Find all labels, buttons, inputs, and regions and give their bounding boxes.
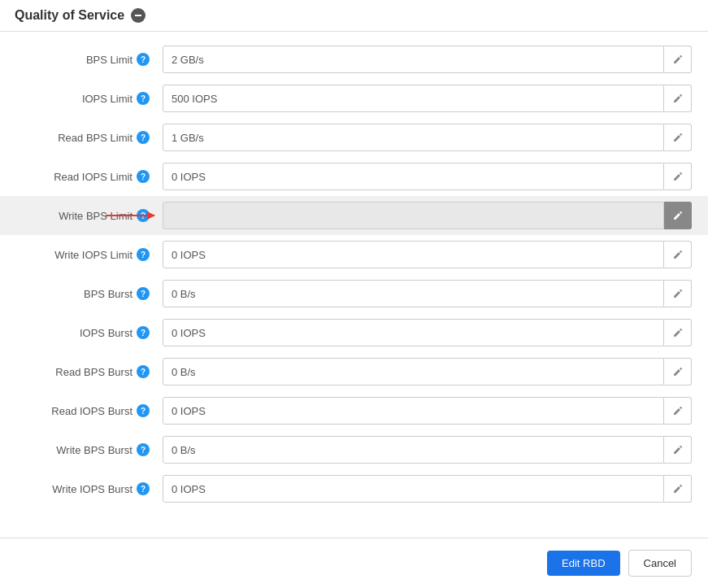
label-text-read-bps-limit: Read BPS Limit bbox=[58, 132, 132, 144]
help-icon-read-bps-burst[interactable]: ? bbox=[137, 365, 150, 378]
pencil-icon bbox=[672, 366, 684, 377]
pencil-icon bbox=[672, 171, 684, 182]
label-text-read-iops-limit: Read IOPS Limit bbox=[54, 171, 132, 183]
form-row-iops-limit: IOPS Limit ? bbox=[0, 79, 708, 118]
form-row-bps-limit: BPS Limit ? bbox=[0, 40, 708, 79]
input-wrapper-read-iops-limit bbox=[163, 163, 692, 190]
input-wrapper-write-bps-limit bbox=[163, 202, 692, 229]
label-write-bps-limit: Write BPS Limit ? bbox=[16, 209, 163, 222]
edit-btn-write-bps-burst[interactable] bbox=[664, 436, 692, 464]
pencil-icon bbox=[672, 54, 684, 65]
label-text-write-iops-limit: Write IOPS Limit bbox=[54, 249, 132, 261]
input-write-iops-limit[interactable] bbox=[163, 241, 664, 268]
input-write-bps-limit[interactable] bbox=[163, 202, 664, 229]
label-write-bps-burst: Write BPS Burst ? bbox=[16, 443, 163, 456]
label-iops-burst: IOPS Burst ? bbox=[16, 326, 163, 339]
label-text-iops-limit: IOPS Limit bbox=[82, 93, 132, 105]
input-wrapper-read-bps-limit bbox=[163, 124, 692, 151]
input-read-iops-limit[interactable] bbox=[163, 163, 664, 190]
form-body: BPS Limit ? IOPS Limit ? Read BPS Limit … bbox=[0, 32, 708, 538]
minus-circle-icon[interactable] bbox=[131, 8, 146, 23]
help-icon-bps-burst[interactable]: ? bbox=[137, 287, 150, 300]
label-text-read-iops-burst: Read IOPS Burst bbox=[51, 405, 132, 417]
form-row-read-bps-burst: Read BPS Burst ? bbox=[0, 352, 708, 391]
label-read-iops-limit: Read IOPS Limit ? bbox=[16, 170, 163, 183]
footer: Edit RBD Cancel bbox=[0, 538, 708, 588]
input-wrapper-iops-limit bbox=[163, 85, 692, 112]
help-icon-read-bps-limit[interactable]: ? bbox=[137, 131, 150, 144]
form-row-write-iops-limit: Write IOPS Limit ? bbox=[0, 235, 708, 274]
input-read-bps-burst[interactable] bbox=[163, 358, 664, 385]
label-text-read-bps-burst: Read BPS Burst bbox=[55, 366, 132, 378]
help-icon-read-iops-limit[interactable]: ? bbox=[137, 170, 150, 183]
edit-rbd-button[interactable]: Edit RBD bbox=[547, 551, 619, 576]
form-row-iops-burst: IOPS Burst ? bbox=[0, 313, 708, 352]
input-wrapper-iops-burst bbox=[163, 319, 692, 346]
form-row-read-iops-burst: Read IOPS Burst ? bbox=[0, 391, 708, 430]
pencil-icon bbox=[672, 249, 684, 260]
help-icon-iops-limit[interactable]: ? bbox=[137, 92, 150, 105]
input-wrapper-write-iops-burst bbox=[163, 475, 692, 503]
pencil-icon bbox=[672, 93, 684, 104]
label-text-write-iops-burst: Write IOPS Burst bbox=[52, 483, 132, 495]
help-icon-iops-burst[interactable]: ? bbox=[137, 326, 150, 339]
edit-btn-write-iops-burst[interactable] bbox=[664, 475, 692, 503]
page-wrapper: Quality of Service BPS Limit ? IOPS Limi… bbox=[0, 0, 708, 588]
input-write-bps-burst[interactable] bbox=[163, 436, 664, 464]
label-bps-burst: BPS Burst ? bbox=[16, 287, 163, 300]
label-text-write-bps-limit: Write BPS Limit bbox=[59, 210, 132, 222]
form-row-write-bps-limit: Write BPS Limit ? bbox=[0, 196, 708, 235]
pencil-icon bbox=[672, 483, 684, 494]
help-icon-write-bps-burst[interactable]: ? bbox=[137, 443, 150, 456]
edit-btn-bps-limit[interactable] bbox=[664, 46, 692, 73]
section-title: Quality of Service bbox=[15, 8, 124, 23]
input-read-bps-limit[interactable] bbox=[163, 124, 664, 151]
form-row-read-bps-limit: Read BPS Limit ? bbox=[0, 118, 708, 157]
label-text-bps-burst: BPS Burst bbox=[84, 288, 132, 300]
label-read-iops-burst: Read IOPS Burst ? bbox=[16, 404, 163, 417]
input-wrapper-write-bps-burst bbox=[163, 436, 692, 464]
label-text-bps-limit: BPS Limit bbox=[86, 54, 132, 66]
input-read-iops-burst[interactable] bbox=[163, 397, 664, 425]
edit-btn-write-bps-limit[interactable] bbox=[664, 202, 692, 229]
input-wrapper-write-iops-limit bbox=[163, 241, 692, 268]
edit-btn-iops-burst[interactable] bbox=[664, 319, 692, 346]
edit-btn-read-bps-burst[interactable] bbox=[664, 358, 692, 385]
form-row-write-bps-burst: Write BPS Burst ? bbox=[0, 430, 708, 469]
input-bps-burst[interactable] bbox=[163, 280, 664, 307]
label-read-bps-limit: Read BPS Limit ? bbox=[16, 131, 163, 144]
pencil-icon bbox=[672, 405, 684, 416]
help-icon-read-iops-burst[interactable]: ? bbox=[137, 404, 150, 417]
input-wrapper-bps-burst bbox=[163, 280, 692, 307]
label-text-write-bps-burst: Write BPS Burst bbox=[56, 444, 132, 456]
help-icon-write-bps-limit[interactable]: ? bbox=[137, 209, 150, 222]
form-row-read-iops-limit: Read IOPS Limit ? bbox=[0, 157, 708, 196]
edit-btn-iops-limit[interactable] bbox=[664, 85, 692, 112]
help-icon-write-iops-limit[interactable]: ? bbox=[137, 248, 150, 261]
cancel-button[interactable]: Cancel bbox=[628, 550, 692, 577]
edit-btn-write-iops-limit[interactable] bbox=[664, 241, 692, 268]
edit-btn-read-iops-burst[interactable] bbox=[664, 397, 692, 425]
label-iops-limit: IOPS Limit ? bbox=[16, 92, 163, 105]
label-read-bps-burst: Read BPS Burst ? bbox=[16, 365, 163, 378]
input-iops-limit[interactable] bbox=[163, 85, 664, 112]
input-wrapper-bps-limit bbox=[163, 46, 692, 73]
edit-btn-bps-burst[interactable] bbox=[664, 280, 692, 307]
pencil-icon bbox=[672, 327, 684, 338]
input-wrapper-read-bps-burst bbox=[163, 358, 692, 385]
input-bps-limit[interactable] bbox=[163, 46, 664, 73]
edit-btn-read-bps-limit[interactable] bbox=[664, 124, 692, 151]
help-icon-bps-limit[interactable]: ? bbox=[137, 53, 150, 66]
form-row-bps-burst: BPS Burst ? bbox=[0, 274, 708, 313]
input-wrapper-read-iops-burst bbox=[163, 397, 692, 425]
help-icon-write-iops-burst[interactable]: ? bbox=[137, 482, 150, 495]
label-write-iops-burst: Write IOPS Burst ? bbox=[16, 482, 163, 495]
input-iops-burst[interactable] bbox=[163, 319, 664, 346]
edit-btn-read-iops-limit[interactable] bbox=[664, 163, 692, 190]
pencil-icon bbox=[672, 288, 684, 299]
pencil-icon bbox=[672, 132, 684, 143]
pencil-icon bbox=[672, 210, 684, 221]
label-bps-limit: BPS Limit ? bbox=[16, 53, 163, 66]
label-text-iops-burst: IOPS Burst bbox=[80, 327, 132, 339]
input-write-iops-burst[interactable] bbox=[163, 475, 664, 503]
